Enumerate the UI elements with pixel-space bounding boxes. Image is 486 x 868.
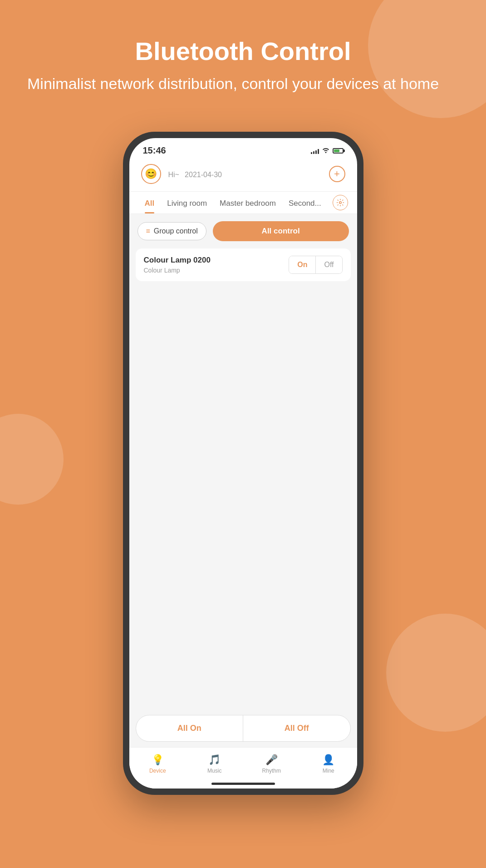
app-greeting: Hi~ 2021-04-30 bbox=[166, 168, 222, 180]
nav-mine[interactable]: 👤 Mine bbox=[300, 752, 357, 776]
device-nav-icon: 💡 bbox=[152, 754, 164, 766]
signal-icon bbox=[311, 148, 319, 154]
phone-mockup: 15:46 bbox=[123, 132, 363, 795]
device-toggle: On Off bbox=[289, 256, 342, 274]
svg-point-0 bbox=[339, 202, 341, 204]
status-bar: 15:46 bbox=[129, 138, 357, 159]
controls-bar: ≡ Group control All control bbox=[129, 214, 357, 248]
device-card: Colour Lamp 0200 Colour Lamp On Off bbox=[136, 248, 351, 281]
group-control-button[interactable]: ≡ Group control bbox=[137, 222, 206, 240]
device-name: Colour Lamp 0200 bbox=[144, 256, 211, 265]
page-subtitle: Minimalist network distribution, control… bbox=[27, 73, 459, 95]
device-info: Colour Lamp 0200 Colour Lamp bbox=[144, 256, 211, 274]
nav-rhythm-label: Rhythm bbox=[262, 768, 281, 774]
bottom-controls: All On All Off bbox=[136, 715, 351, 742]
room-tabs: All Living room Master bedroom Second... bbox=[129, 192, 357, 214]
bg-circle-middle-left bbox=[0, 414, 64, 505]
phone-outer-shell: 15:46 bbox=[123, 132, 363, 795]
tab-living-room[interactable]: Living room bbox=[161, 192, 213, 213]
nav-device-label: Device bbox=[149, 768, 166, 774]
settings-tab-button[interactable] bbox=[333, 195, 348, 210]
rhythm-nav-icon: 🎤 bbox=[265, 754, 278, 766]
nav-music[interactable]: 🎵 Music bbox=[186, 752, 243, 776]
tab-master-bedroom[interactable]: Master bedroom bbox=[213, 192, 282, 213]
group-icon: ≡ bbox=[146, 227, 150, 235]
toggle-off-button[interactable]: Off bbox=[316, 256, 342, 273]
wifi-icon bbox=[322, 147, 330, 154]
nav-device[interactable]: 💡 Device bbox=[129, 752, 187, 776]
home-bar bbox=[211, 783, 275, 785]
greeting-text: Hi~ 2021-04-30 bbox=[166, 168, 222, 179]
add-device-button[interactable]: + bbox=[329, 166, 345, 182]
status-time: 15:46 bbox=[143, 145, 166, 156]
battery-icon bbox=[333, 148, 344, 154]
all-on-button[interactable]: All On bbox=[136, 715, 243, 741]
all-off-button[interactable]: All Off bbox=[243, 715, 350, 741]
all-control-button[interactable]: All control bbox=[213, 221, 349, 241]
status-icons bbox=[311, 147, 344, 154]
nav-music-label: Music bbox=[207, 768, 221, 774]
page-header: Bluetooth Control Minimalist network dis… bbox=[0, 36, 486, 95]
app-logo: 😊 Hi~ 2021-04-30 bbox=[141, 164, 222, 184]
page-title: Bluetooth Control bbox=[27, 36, 459, 66]
tab-second[interactable]: Second... bbox=[282, 192, 328, 213]
phone-screen: 15:46 bbox=[129, 138, 357, 789]
toggle-on-button[interactable]: On bbox=[289, 256, 316, 273]
home-indicator bbox=[129, 779, 357, 789]
device-type: Colour Lamp bbox=[144, 267, 211, 274]
tab-all[interactable]: All bbox=[138, 192, 161, 213]
nav-mine-label: Mine bbox=[323, 768, 334, 774]
mine-nav-icon: 👤 bbox=[322, 754, 334, 766]
bottom-nav: 💡 Device 🎵 Music 🎤 Rhythm 👤 Mine bbox=[129, 747, 357, 779]
logo-icon: 😊 bbox=[141, 164, 161, 184]
music-nav-icon: 🎵 bbox=[208, 754, 221, 766]
device-list: Colour Lamp 0200 Colour Lamp On Off bbox=[129, 248, 357, 715]
bg-circle-bottom-right bbox=[386, 614, 486, 732]
app-header: 😊 Hi~ 2021-04-30 + bbox=[129, 159, 357, 191]
content-area: ≡ Group control All control Colour Lamp … bbox=[129, 214, 357, 747]
nav-rhythm[interactable]: 🎤 Rhythm bbox=[243, 752, 300, 776]
